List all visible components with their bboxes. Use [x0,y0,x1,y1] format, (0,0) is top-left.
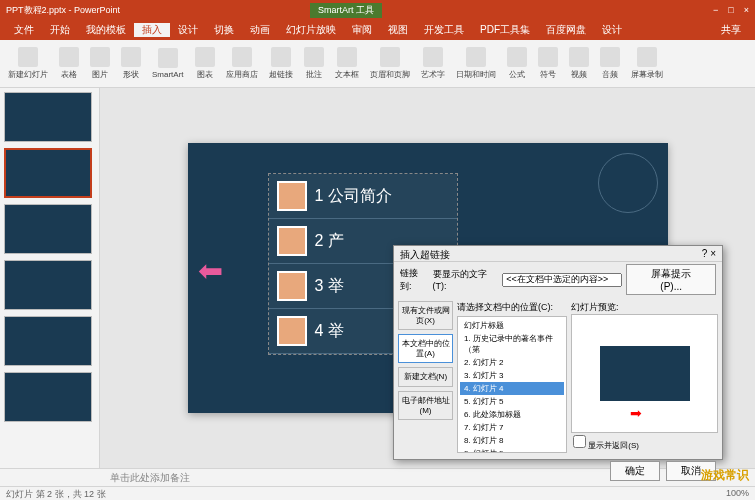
tree-item: 2. 幻灯片 2 [460,356,564,369]
tab-view[interactable]: 视图 [380,23,416,37]
tab-slideshow[interactable]: 幻灯片放映 [278,23,344,37]
tab-review[interactable]: 审阅 [344,23,380,37]
show-return-checkbox[interactable] [573,435,586,448]
chart-button[interactable]: 图表 [191,45,219,82]
tree-item: 8. 幻灯片 8 [460,434,564,447]
symbol-button[interactable]: 符号 [534,45,562,82]
dialog-help-button[interactable]: ? [702,248,708,259]
ribbon: 新建幻灯片 表格 图片 形状 SmartArt 图表 应用商店 超链接 批注 文… [0,40,755,88]
slide-thumb-2[interactable] [4,148,92,198]
tree-label: 请选择文档中的位置(C): [457,301,567,314]
slide-thumb-6[interactable] [4,372,92,422]
smartart-button[interactable]: SmartArt [148,46,188,81]
tab-template[interactable]: 我的模板 [78,23,134,37]
linkto-place-in-doc[interactable]: 本文档中的位置(A) [398,334,453,363]
share-button[interactable]: 共享 [713,23,749,37]
datetime-button[interactable]: 日期和时间 [452,45,500,82]
insert-hyperlink-dialog: 插入超链接 ? × 链接到: 要显示的文字(T): 屏幕提示(P)... 现有文… [393,245,723,460]
new-slide-button[interactable]: 新建幻灯片 [4,45,52,82]
tab-insert[interactable]: 插入 [134,23,170,37]
ok-button[interactable]: 确定 [610,461,660,481]
tab-pdf[interactable]: PDF工具集 [472,23,538,37]
header-button[interactable]: 页眉和页脚 [366,45,414,82]
list-item-2: 2 产 [315,231,344,252]
linkto-existing-file[interactable]: 现有文件或网页(X) [398,301,453,330]
screentip-button[interactable]: 屏幕提示(P)... [626,264,716,295]
minimize-button[interactable]: − [713,5,718,15]
tree-item-selected: 4. 幻灯片 4 [460,382,564,395]
screenrec-button[interactable]: 屏幕录制 [627,45,667,82]
tab-transition[interactable]: 切换 [206,23,242,37]
slide-thumb-5[interactable] [4,316,92,366]
tab-file[interactable]: 文件 [6,23,42,37]
dialog-close-button[interactable]: × [710,248,716,259]
tree-item: 7. 幻灯片 7 [460,421,564,434]
tree-item: 5. 幻灯片 5 [460,395,564,408]
table-button[interactable]: 表格 [55,45,83,82]
comment-button[interactable]: 批注 [300,45,328,82]
left-arrow-shape[interactable]: ⬅ [198,253,223,288]
tree-item: 1. 历史记录中的著名事件（第 [460,332,564,356]
close-button[interactable]: × [744,5,749,15]
linkto-email[interactable]: 电子邮件地址(M) [398,391,453,420]
tree-item: 3. 幻灯片 3 [460,369,564,382]
tab-dev[interactable]: 开发工具 [416,23,472,37]
linkto-label: 链接到: [400,267,429,293]
context-tab: SmartArt 工具 [310,3,382,18]
linkto-new-doc[interactable]: 新建文档(N) [398,367,453,387]
annotation-arrow-icon: ➡ [630,405,642,421]
status-zoom: 100% [726,488,749,499]
tab-animation[interactable]: 动画 [242,23,278,37]
shapes-button[interactable]: 形状 [117,45,145,82]
slide-thumb-4[interactable] [4,260,92,310]
audio-button[interactable]: 音频 [596,45,624,82]
slide-preview [571,314,718,433]
tab-home[interactable]: 开始 [42,23,78,37]
tree-item: 9. 幻灯片 9 [460,447,564,453]
app-title: PPT教程2.pptx - PowerPoint [6,4,120,17]
list-item-3: 3 举 [315,276,344,297]
video-button[interactable]: 视频 [565,45,593,82]
hyperlink-button[interactable]: 超链接 [265,45,297,82]
tree-item: 幻灯片标题 [460,319,564,332]
preview-label: 幻灯片预览: [571,301,718,314]
status-slide-count: 幻灯片 第 2 张，共 12 张 [6,488,106,499]
tab-baidu[interactable]: 百度网盘 [538,23,594,37]
equation-button[interactable]: 公式 [503,45,531,82]
ring-decoration [598,153,658,213]
display-label: 要显示的文字(T): [433,268,499,291]
picture-button[interactable]: 图片 [86,45,114,82]
list-item-4: 4 举 [315,321,344,342]
slide-thumbnails [0,88,100,468]
textbox-button[interactable]: 文本框 [331,45,363,82]
display-text-input[interactable] [502,273,622,287]
tab-design[interactable]: 设计 [170,23,206,37]
watermark: 游戏常识 [701,467,749,484]
wordart-button[interactable]: 艺术字 [417,45,449,82]
slide-thumb-1[interactable] [4,92,92,142]
maximize-button[interactable]: □ [728,5,733,15]
dialog-title: 插入超链接 [400,248,450,259]
location-tree[interactable]: 幻灯片标题 1. 历史记录中的著名事件（第 2. 幻灯片 2 3. 幻灯片 3 … [457,316,567,453]
tab-smartart-design[interactable]: 设计 [594,23,630,37]
addin-button[interactable]: 应用商店 [222,45,262,82]
slide-thumb-3[interactable] [4,204,92,254]
list-item-1: 1 公司简介 [315,186,392,207]
tree-item: 6. 此处添加标题 [460,408,564,421]
